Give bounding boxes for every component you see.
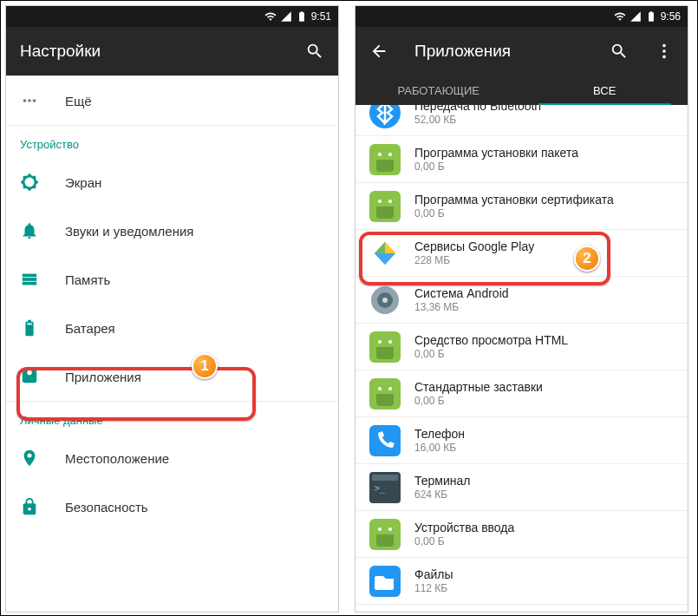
page-title: Приложения (414, 42, 584, 61)
row-label: Ещё (65, 94, 92, 108)
battery-icon (20, 318, 39, 337)
more-icon (20, 91, 39, 110)
status-time: 9:56 (661, 10, 681, 23)
apps-screen: 9:56 Приложения РАБОТАЮЩИЕ ВСЕ Передача … (355, 5, 688, 613)
section-device: Устройство (6, 126, 338, 158)
app-size: 0,00 Б (414, 161, 578, 173)
lock-icon (20, 497, 39, 516)
app-size: 0,00 Б (414, 207, 614, 220)
play-icon (369, 238, 401, 269)
toolbar: Приложения (356, 27, 688, 75)
svg-rect-5 (23, 282, 37, 285)
svg-point-1 (28, 99, 31, 102)
app-row[interactable]: Средство просмотра HTML0,00 Б (356, 324, 688, 370)
signal-icon (630, 10, 642, 23)
app-name: Телефон (414, 427, 465, 441)
row-label: Память (65, 272, 110, 287)
app-row[interactable]: Терминал624 КБ (356, 464, 688, 511)
wifi-icon (264, 10, 277, 23)
tab-all[interactable]: ВСЕ (522, 75, 688, 105)
row-apps[interactable]: Приложения (6, 352, 338, 401)
app-row[interactable]: Передача по Bluetooth52,00 КБ (356, 105, 688, 136)
status-time: 9:51 (311, 10, 331, 23)
app-size: 52,00 КБ (414, 114, 541, 126)
app-name: Система Android (414, 286, 509, 300)
svg-rect-4 (23, 278, 37, 281)
svg-point-0 (23, 99, 27, 102)
status-bar: 9:51 (6, 6, 338, 27)
back-icon[interactable] (369, 42, 388, 61)
app-size: 16,00 КБ (414, 442, 465, 454)
svg-point-2 (33, 99, 36, 102)
app-row[interactable]: Сервисы Google Play228 МБ (356, 230, 688, 277)
row-sound[interactable]: Звуки и уведомления (6, 206, 338, 255)
row-display[interactable]: Экран (6, 158, 338, 206)
app-row[interactable]: Файлы112 КБ (356, 558, 688, 605)
battery-icon (296, 10, 308, 23)
row-label: Экран (65, 175, 101, 190)
status-bar: 9:56 (356, 6, 688, 27)
app-size: 228 МБ (414, 254, 534, 266)
system-icon (369, 285, 401, 316)
app-name: Файлы (414, 567, 453, 581)
svg-point-6 (662, 44, 666, 48)
app-name: Программа установки сертификата (414, 193, 614, 206)
svg-point-7 (662, 49, 666, 53)
app-size: 624 КБ (414, 488, 470, 501)
tab-running[interactable]: РАБОТАЮЩИЕ (356, 75, 522, 105)
app-name: Программа установки пакета (414, 146, 578, 160)
android-icon (369, 191, 401, 222)
app-name: Терминал (414, 474, 470, 488)
row-storage[interactable]: Память (6, 255, 338, 304)
app-name: Сервисы Google Play (414, 239, 534, 253)
signal-icon (280, 10, 292, 23)
location-icon (20, 449, 39, 468)
tabs: РАБОТАЮЩИЕ ВСЕ (356, 75, 688, 105)
files-icon (369, 566, 401, 597)
row-label: Безопасность (65, 500, 148, 514)
app-row[interactable]: Стандартные заставки0,00 Б (356, 370, 688, 417)
overflow-icon[interactable] (655, 42, 674, 61)
row-label: Батарея (65, 321, 115, 336)
android-icon (369, 378, 401, 410)
app-row[interactable]: Телефон16,00 КБ (356, 417, 688, 464)
app-row[interactable]: Программа установки сертификата0,00 Б (356, 183, 688, 230)
apps-list: Передача по Bluetooth52,00 КБПрограмма у… (356, 105, 688, 612)
app-name: Стандартные заставки (414, 380, 543, 394)
app-name: Средство просмотра HTML (414, 333, 568, 347)
search-icon[interactable] (610, 42, 629, 61)
app-row[interactable]: Система Android13,36 МБ (356, 277, 688, 324)
settings-list: Ещё Устройство Экран Звуки и уведомления… (6, 75, 338, 612)
apps-icon (20, 367, 39, 386)
page-title: Настройки (20, 42, 279, 61)
bluetooth-icon (369, 105, 401, 128)
row-battery[interactable]: Батарея (6, 304, 338, 352)
app-size: 13,36 МБ (414, 301, 509, 313)
app-row[interactable]: Устройства ввода0,00 Б (356, 511, 688, 558)
wifi-icon (614, 10, 626, 23)
row-label: Местоположение (65, 451, 169, 466)
row-location[interactable]: Местоположение (6, 434, 338, 482)
android-icon (369, 144, 401, 175)
phone-icon (369, 425, 401, 456)
app-name: Передача по Bluetooth (414, 105, 541, 113)
android-icon (369, 519, 401, 550)
display-icon (20, 173, 39, 192)
app-size: 0,00 Б (414, 535, 514, 547)
android-icon (369, 331, 401, 363)
app-row[interactable]: Программа установки пакета0,00 Б (356, 136, 688, 183)
bell-icon (20, 221, 39, 240)
terminal-icon (369, 472, 401, 503)
section-personal: Личные данные (6, 402, 338, 434)
search-icon[interactable] (305, 42, 324, 61)
svg-rect-3 (23, 274, 37, 278)
app-size: 0,00 Б (414, 395, 543, 407)
app-size: 112 КБ (414, 582, 453, 594)
row-label: Приложения (65, 370, 141, 384)
battery-icon (645, 10, 657, 23)
settings-screen: 9:51 Настройки Ещё Устройство Экран Звук… (5, 5, 339, 613)
row-more[interactable]: Ещё (6, 76, 338, 125)
storage-icon (20, 270, 39, 289)
svg-point-8 (662, 56, 666, 59)
row-security[interactable]: Безопасность (6, 482, 338, 531)
